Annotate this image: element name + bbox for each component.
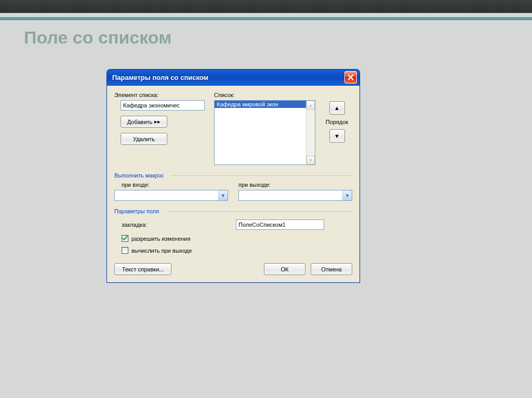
on-exit-combo[interactable]: ▼ [238,190,352,201]
group-macro-label: Выполнить макрос [114,172,352,179]
presentation-top-band [0,0,532,13]
list-box[interactable]: Кафедра мировой экон ▲ ▼ [214,100,315,165]
arrow-down-icon: ▼ [334,133,340,139]
on-exit-label: при выходе: [238,182,352,188]
chevron-down-icon[interactable]: ▼ [342,190,352,200]
close-button[interactable] [344,71,357,84]
on-enter-label: при входе: [114,182,228,188]
bookmark-label: закладка: [114,222,231,228]
dialog-title: Параметры поля со списком [112,74,344,81]
scroll-up-icon[interactable]: ▲ [307,101,315,109]
dialog-window: Параметры поля со списком Элемент списка… [107,69,360,283]
dialog-titlebar[interactable]: Параметры поля со списком [107,69,360,86]
ok-button[interactable]: ОК [264,263,305,275]
scroll-down-icon[interactable]: ▼ [307,156,315,164]
list-label: Список: [214,92,315,98]
order-label: Порядок [326,119,348,125]
help-text-button[interactable]: Текст справки... [114,263,171,275]
allow-changes-checkbox[interactable] [122,235,128,242]
calc-on-exit-checkbox[interactable] [122,247,128,254]
arrow-up-icon: ▲ [334,105,340,111]
check-icon [122,236,128,241]
add-button-label: Добавить [127,119,153,125]
list-item[interactable]: Кафедра мировой экон [215,101,306,108]
on-enter-combo[interactable]: ▼ [114,190,228,201]
move-up-button[interactable]: ▲ [329,101,345,115]
list-item-label: Элемент списка: [114,92,208,98]
close-icon [348,74,354,80]
page-title: Поле со списком [0,20,532,53]
presentation-gap-band [0,13,532,17]
arrow-right-icon: ▸▸ [154,118,161,125]
delete-button[interactable]: Удалить [121,133,167,145]
scrollbar[interactable]: ▲ ▼ [306,101,315,164]
calc-on-exit-label: вычислить при выходе [131,248,192,254]
group-field-params-label: Параметры поля [114,208,352,214]
cancel-button[interactable]: Отмена [311,263,352,275]
move-down-button[interactable]: ▼ [329,129,345,143]
list-item-input[interactable] [121,100,205,111]
chevron-down-icon[interactable]: ▼ [218,190,228,200]
bookmark-input[interactable] [236,219,324,230]
allow-changes-label: разрешить изменения [131,236,190,242]
add-button[interactable]: Добавить ▸▸ [121,116,167,128]
dialog-body: Элемент списка: Добавить ▸▸ Удалить Спис… [107,86,360,283]
